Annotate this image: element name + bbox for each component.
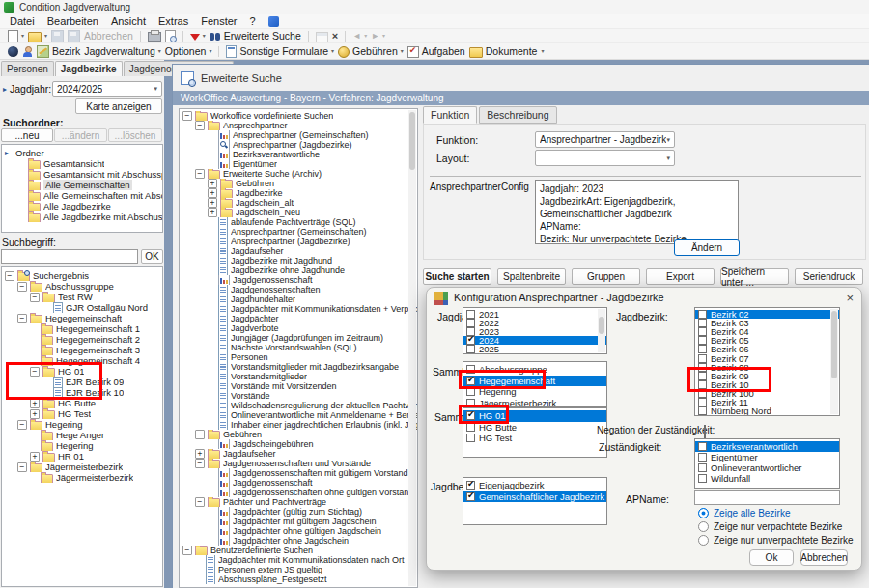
tree-item[interactable]: +Jagdaufseher [180, 449, 417, 459]
tree-item-label[interactable]: Suchergebnis [33, 270, 89, 281]
tree-item-label[interactable]: Jagdbezirke mit Jagdhund [231, 256, 332, 266]
abbrechen-button[interactable]: Abbrechen [800, 549, 848, 566]
tree-item[interactable]: −Workoffice vordefinierte Suchen [180, 111, 417, 121]
tree-item[interactable]: Personen extern JS gueltig [180, 565, 417, 574]
dialog-close-icon[interactable]: × [846, 292, 854, 304]
list-item[interactable]: 2024 [463, 336, 606, 345]
tree-item-label[interactable]: HG 01 [58, 366, 84, 377]
radio-label[interactable]: Zeige alle Bezirke [714, 508, 790, 518]
list-item-label[interactable]: HG 01 [479, 410, 505, 421]
tree-item-label[interactable]: Alle Jagdbezirke mit Abschussplänen [43, 211, 162, 222]
list-item[interactable]: HG 01 [463, 410, 606, 422]
save-button[interactable] [51, 30, 64, 42]
gebuehren-button[interactable]: Gebühren▾ [338, 45, 404, 58]
tree-item-label[interactable]: Personen extern JS gueltig [218, 565, 322, 574]
suche-starten-button[interactable]: Suche starten [423, 268, 491, 285]
tree-item-label[interactable]: Vorstände mit Vorsitzenden [231, 381, 337, 391]
expand-icon[interactable]: + [30, 399, 40, 408]
tree-item[interactable]: Hegegemeinschaft 2 [2, 334, 162, 345]
tree-item[interactable]: Ansprechpartner (Jagdbezirke) [180, 140, 417, 150]
tree-item[interactable]: −Ansprechpartner [180, 121, 417, 130]
filter-button[interactable]: ▾ [190, 32, 206, 41]
list-item-label[interactable]: 2023 [479, 327, 499, 336]
checkbox[interactable] [698, 345, 707, 353]
checkbox[interactable] [466, 345, 475, 353]
tree-item[interactable]: Wildschadensregulierung der aktuellen Pa… [180, 401, 417, 410]
tree-item[interactable]: Hegegemeinschaft 1 [2, 323, 162, 334]
tree-item[interactable]: +Gebühren [180, 179, 417, 188]
tree-item[interactable]: Jägermeisterbezirk [2, 472, 162, 483]
tree-item-label[interactable]: HG Butte [58, 398, 96, 408]
jagdjahr-select[interactable]: 2024/2025▾ [52, 81, 162, 97]
tree-item[interactable]: Abschusspläne_Festgesetzt [180, 574, 417, 584]
collapse-icon[interactable]: − [195, 169, 205, 179]
tree-item-label[interactable]: Jagdpächter mit Kommunikationsdaten nach… [218, 555, 405, 565]
aendern-folder-button[interactable]: ...ändern [54, 128, 107, 142]
tree-item[interactable]: Jagdpächter ohne Jagdschein [180, 536, 417, 546]
checkbox[interactable] [698, 389, 707, 398]
list-item[interactable]: Bezirk 10 [695, 380, 839, 389]
collapse-icon[interactable]: − [30, 293, 40, 302]
expand-icon[interactable]: + [208, 208, 217, 217]
list-item-label[interactable]: Hegering [479, 386, 517, 397]
tree-item-label[interactable]: Hegering [45, 419, 83, 430]
tree-item-label[interactable]: EJR Bezirk 10 [66, 387, 124, 398]
tree-item[interactable]: Gesamtansicht mit Abschussplänen [2, 169, 162, 180]
checkbox[interactable] [466, 423, 475, 432]
tree-item[interactable]: Jagdscheingebühren [180, 439, 417, 449]
list-item[interactable]: 2025 [463, 345, 606, 353]
tree-item[interactable]: Jagdpächter mit Kommunikationsdaten + Ve… [180, 304, 417, 314]
window-button[interactable] [316, 30, 328, 42]
collapse-icon[interactable]: − [182, 111, 192, 121]
radio-option[interactable]: Zeige alle Bezirke [698, 507, 854, 519]
close-result-button[interactable]: × [332, 30, 338, 42]
checkbox[interactable] [698, 310, 707, 319]
list-item[interactable]: Bezirk 04 [695, 327, 839, 336]
tab-beschreibung[interactable]: Beschreibung [479, 106, 556, 124]
tree-item[interactable]: Jagdgenossenschaften mit gültigem Vorsta… [180, 468, 417, 478]
list-item[interactable]: Bezirk 02 [695, 310, 839, 319]
tree-item-label[interactable]: Ansprechpartner (Gemeinschaften) [231, 227, 367, 237]
list-item[interactable]: Bezirksverantwortlich [695, 441, 839, 452]
expand-icon[interactable]: + [208, 179, 217, 188]
collapse-icon[interactable]: − [195, 459, 205, 468]
tree-item-label[interactable]: Personen [231, 352, 268, 362]
tree-item[interactable]: Vorstände mit Vorsitzenden [180, 381, 417, 391]
radio-label[interactable]: Zeige nur unverpachtete Bezirke [714, 535, 854, 546]
tree-item-label[interactable]: GJR Ostallgäu Nord [66, 302, 148, 313]
spaltenbreite-button[interactable]: Spaltenbreite [497, 268, 566, 285]
list-item-label[interactable]: 2025 [479, 345, 499, 353]
negation-checkbox[interactable] [704, 425, 706, 438]
tree-item[interactable]: −Suchergebnis [2, 270, 162, 281]
tree-item-label[interactable]: Jagdgenossenschaft [233, 275, 313, 285]
list-item-label[interactable]: Bezirk 100 [711, 389, 754, 398]
tree-item-label[interactable]: Gebühren [236, 179, 274, 188]
tree-item[interactable]: Jagdpächter [180, 314, 417, 323]
collapse-icon[interactable]: − [17, 462, 27, 472]
advanced-search-button[interactable]: Erweiterte Suche [210, 30, 301, 42]
list-scrollbar[interactable] [598, 309, 605, 352]
tree-item[interactable]: Hege Anger [2, 430, 162, 440]
checkbox[interactable] [698, 442, 707, 451]
tree-item-label[interactable]: Workoffice vordefinierte Suchen [210, 111, 333, 121]
radio-button[interactable] [698, 535, 709, 546]
menu-help[interactable]: ? [249, 15, 255, 27]
tab-jagdbezirke[interactable]: Jagdbezirke [55, 61, 123, 76]
layout-select[interactable]: ▾ [535, 150, 675, 166]
tree-item[interactable]: Jagdhundehalter [180, 294, 417, 304]
tree-item-label[interactable]: Vorstandsmitglieder [231, 372, 307, 381]
list-item-label[interactable]: Abschussgruppe [479, 364, 547, 375]
tab-personen[interactable]: Personen [1, 61, 54, 76]
tree-item[interactable]: −HG 01 [2, 366, 162, 377]
list-item[interactable]: Bezirk 11 [695, 398, 839, 406]
tree-item-label[interactable]: Jägermeisterbezirk [56, 472, 133, 483]
tree-item-label[interactable]: Gesamtansicht [43, 158, 104, 169]
expand-icon[interactable]: + [208, 188, 217, 198]
list-item-label[interactable]: Bezirk 06 [711, 345, 749, 353]
tree-item-label[interactable]: Gebühren [223, 430, 262, 439]
checkbox[interactable] [466, 434, 475, 442]
tree-item[interactable]: −Jagdgenossenschaften und Vorstände [180, 459, 417, 468]
list-item-label[interactable]: Eigentümer [711, 452, 758, 462]
person-button[interactable] [22, 46, 33, 57]
tree-item-label[interactable]: Jagdaufseher [231, 246, 284, 256]
